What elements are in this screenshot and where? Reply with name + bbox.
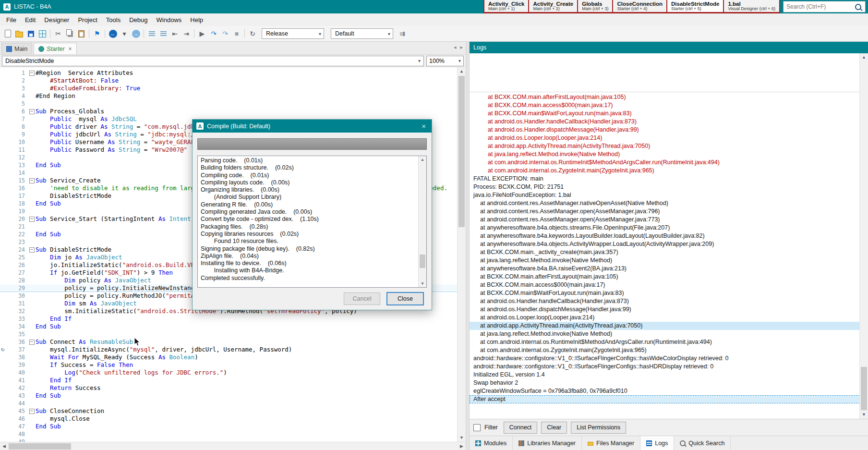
connect-button[interactable]: Connect: [504, 422, 538, 434]
pane-splitter[interactable]: [466, 42, 470, 450]
quick-module-activity-click[interactable]: Activity_ClickMain (ctrl + 1): [484, 0, 528, 12]
log-line[interactable]: Process: BCXK.COM, PID: 21751: [470, 183, 860, 191]
log-line[interactable]: at android.os.Handler.dispatchMessage(Ha…: [470, 305, 860, 314]
code-line[interactable]: 36–Sub Connect As ResumableSub: [0, 338, 458, 346]
quick-module-globals[interactable]: GlobalsMain (ctrl + 3): [578, 0, 612, 12]
new-file-icon[interactable]: [2, 28, 13, 39]
fold-toggle-icon[interactable]: –: [29, 340, 35, 345]
code-line[interactable]: 34End Sub: [0, 323, 458, 330]
log-line[interactable]: at android.content.res.AssetManager.open…: [470, 207, 860, 216]
code-line[interactable]: 43End Sub: [0, 392, 458, 400]
log-line[interactable]: at android.os.Handler.dispatchMessage(Ha…: [470, 126, 860, 134]
build-profile-select[interactable]: Default ▾: [331, 28, 393, 39]
code-line[interactable]: 47End Sub: [0, 423, 458, 430]
log-line[interactable]: at com.android.internal.os.RuntimeInit$M…: [470, 338, 860, 346]
code-line[interactable]: 6–Sub Process_Globals: [0, 108, 458, 115]
tab-scroll-right-icon[interactable]: ▸: [460, 44, 463, 50]
bottom-tab-files-manager[interactable]: Files Manager: [582, 436, 640, 450]
code-line[interactable]: 4#End Region: [0, 92, 458, 100]
menu-windows[interactable]: Windows: [152, 15, 186, 25]
code-line[interactable]: 48: [0, 430, 458, 438]
cut-icon[interactable]: ✂: [52, 28, 64, 39]
quick-module-1-bal[interactable]: 1.balVisual Designer (ctrl + 6): [724, 0, 779, 12]
step-over-icon[interactable]: ↷: [219, 28, 231, 39]
log-line[interactable]: at com.android.internal.os.ZygoteInit.ma…: [470, 346, 860, 354]
code-line[interactable]: 41 End If: [0, 377, 458, 384]
menu-help[interactable]: Help: [186, 15, 207, 25]
code-line[interactable]: 40 Log("Check unfiltered logs for JDBC e…: [0, 369, 458, 377]
indent-icon[interactable]: ⇥: [181, 28, 192, 39]
editor-zoom-dropdown[interactable]: 100% ▾: [426, 56, 464, 66]
save-icon[interactable]: [25, 28, 36, 39]
fold-toggle-icon[interactable]: –: [29, 409, 35, 414]
quick-module-disablestrictmode[interactable]: DisableStrictModeStarter (ctrl + 5): [667, 0, 723, 12]
log-line[interactable]: at android.content.res.AssetManager.open…: [470, 216, 860, 224]
log-line[interactable]: at anywheresoftware.b4a.objects.Activity…: [470, 240, 860, 248]
logs-output[interactable]: at BCXK.COM.main.afterFirstLayout(main.j…: [470, 53, 868, 419]
bookmark-icon[interactable]: ⚑: [91, 28, 103, 39]
log-line[interactable]: Swap behavior 2: [470, 379, 860, 387]
scroll-up-icon[interactable]: ▲: [458, 67, 466, 75]
menu-tools[interactable]: Tools: [102, 15, 125, 25]
log-line[interactable]: java.io.FileNotFoundException: 1.bal: [470, 191, 860, 199]
menu-project[interactable]: Project: [73, 15, 101, 25]
list-permissions-button[interactable]: List Permissions: [571, 422, 626, 434]
tab-starter[interactable]: Starter×: [34, 43, 77, 54]
bottom-tab-logs[interactable]: Logs: [640, 436, 674, 450]
code-line[interactable]: 39 If Success = False Then: [0, 361, 458, 369]
fold-toggle-icon[interactable]: –: [29, 217, 35, 222]
clear-button[interactable]: Clear: [541, 422, 567, 434]
fold-toggle-icon[interactable]: –: [29, 71, 35, 76]
close-button[interactable]: Close: [386, 292, 424, 305]
log-line[interactable]: at android.os.Looper.loop(Looper.java:21…: [470, 314, 860, 322]
scrollbar-thumb[interactable]: [458, 76, 465, 227]
fold-toggle-icon[interactable]: –: [29, 247, 35, 253]
uncomment-icon[interactable]: [157, 28, 169, 39]
search-input[interactable]: Search (Ctrl+F): [784, 3, 855, 10]
log-line[interactable]: at android.os.Handler.handleCallback(Han…: [470, 118, 860, 126]
log-line[interactable]: at BCXK.COM.main.afterFirstLayout(main.j…: [470, 273, 860, 281]
scroll-down-icon[interactable]: ▼: [860, 411, 868, 419]
log-line[interactable]: FATAL EXCEPTION: main: [470, 175, 860, 183]
log-line[interactable]: at java.lang.reflect.Method.invoke(Nativ…: [470, 256, 860, 265]
log-line[interactable]: at anywheresoftware.b4a.keywords.LayoutB…: [470, 232, 860, 240]
copy-icon[interactable]: [64, 28, 75, 39]
menu-file[interactable]: File: [2, 15, 21, 25]
log-line[interactable]: at android.app.ActivityThread.main(Activ…: [470, 142, 860, 150]
code-line[interactable]: 42 Return Success: [0, 384, 458, 392]
editor-horizontal-scrollbar[interactable]: ◀ ▶: [0, 442, 466, 450]
compile-log-scrollbar[interactable]: ▲ ▼: [418, 156, 426, 287]
log-line[interactable]: at BCXK.COM.main$WaitForLayout.run(main.…: [470, 289, 860, 297]
code-line[interactable]: 46 mysql.Close: [0, 415, 458, 423]
bottom-tab-quick-search[interactable]: Quick Search: [674, 436, 731, 450]
log-line[interactable]: at java.lang.reflect.Method.invoke(Nativ…: [470, 330, 860, 338]
open-project-icon[interactable]: [13, 28, 25, 39]
log-line-selected[interactable]: After accept: [470, 395, 860, 403]
procedure-dropdown[interactable]: DisableStrictMode ▾: [2, 56, 424, 66]
compile-log-box[interactable]: Parsing code. (0.01s)Building folders st…: [197, 156, 427, 288]
tab-scroll-left-icon[interactable]: ◂: [454, 44, 457, 50]
scrollbar-thumb[interactable]: [420, 255, 425, 268]
code-line[interactable]: 44: [0, 400, 458, 407]
close-icon[interactable]: ×: [420, 122, 428, 130]
log-line[interactable]: Initialized EGL, version 1.4: [470, 371, 860, 379]
scrollbar-thumb[interactable]: [9, 443, 71, 450]
global-search-box[interactable]: Search (Ctrl+F): [783, 1, 866, 12]
tab-main[interactable]: Main: [1, 43, 32, 54]
scroll-down-icon[interactable]: ▼: [419, 280, 426, 287]
log-line[interactable]: at com.android.internal.os.ZygoteInit.ma…: [470, 167, 860, 175]
log-line[interactable]: at com.android.internal.os.RuntimeInit$M…: [470, 158, 860, 167]
code-line[interactable]: 5: [0, 100, 458, 108]
close-tab-icon[interactable]: ×: [69, 46, 72, 52]
log-line[interactable]: at BCXK.COM.main.access$000(main.java:17…: [470, 101, 860, 109]
navigate-forward-icon[interactable]: →: [130, 28, 142, 39]
editor-vertical-scrollbar[interactable]: ▲ ▼: [457, 67, 466, 442]
scroll-up-icon[interactable]: ▲: [419, 156, 426, 163]
code-line[interactable]: 35: [0, 330, 458, 338]
bottom-tab-libraries-manager[interactable]: Libraries Manager: [513, 436, 582, 450]
designer-grid-icon[interactable]: [36, 28, 48, 39]
bottom-tab-modules[interactable]: Modules: [470, 436, 513, 450]
quick-module-closeconnection[interactable]: CloseConnectionStarter (ctrl + 4): [613, 0, 666, 12]
log-line[interactable]: at BCXK.COM.main.access$000(main.java:17…: [470, 281, 860, 289]
log-line[interactable]: at android.os.Handler.handleCallback(Han…: [470, 297, 860, 305]
